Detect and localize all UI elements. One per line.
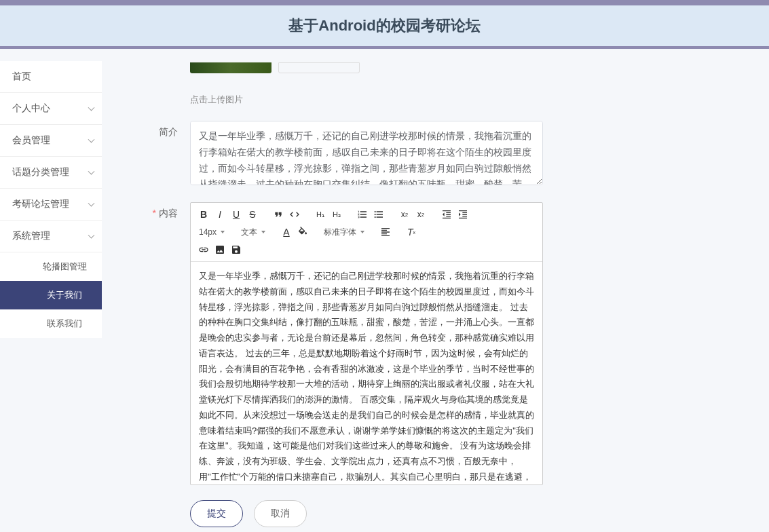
sidebar-item-forum[interactable]: 考研论坛管理: [0, 189, 102, 221]
app-title: 基于Android的校园考研论坛: [288, 17, 480, 34]
sidebar-item-label: 考研论坛管理: [12, 198, 69, 209]
sidebar-item-label: 首页: [12, 71, 31, 81]
main-content: 点击上传图片 简介 内容 B I U S: [102, 49, 769, 532]
upload-thumbnail[interactable]: [190, 62, 271, 73]
link-icon[interactable]: [196, 242, 211, 257]
sup-icon[interactable]: x2: [413, 207, 428, 222]
content-label: 内容: [122, 202, 190, 220]
strike-icon[interactable]: S: [245, 207, 260, 222]
sidebar-item-members[interactable]: 会员管理: [0, 125, 102, 157]
block-type-select[interactable]: 文本: [238, 225, 268, 240]
h2-icon[interactable]: H₂: [329, 207, 344, 222]
outdent-icon[interactable]: [439, 207, 454, 222]
sidebar-sub-label: 关于我们: [47, 290, 82, 300]
sidebar-sub-contact[interactable]: 联系我们: [0, 309, 102, 338]
page-header: 基于Android的校园考研论坛: [0, 5, 769, 46]
ul-icon[interactable]: [371, 207, 386, 222]
sidebar-sub-label: 轮播图管理: [43, 261, 87, 271]
submit-button[interactable]: 提交: [190, 500, 243, 527]
quote-icon[interactable]: [271, 207, 286, 222]
sidebar-sub-carousel[interactable]: 轮播图管理: [0, 252, 102, 281]
sidebar-item-home[interactable]: 首页: [0, 61, 102, 93]
bold-icon[interactable]: B: [196, 207, 211, 222]
sidebar-item-label: 个人中心: [12, 102, 50, 113]
italic-icon[interactable]: I: [212, 207, 227, 222]
sidebar-item-system[interactable]: 系统管理: [0, 221, 102, 252]
sidebar-item-topics[interactable]: 话题分类管理: [0, 157, 102, 189]
upload-hint: 点击上传图片: [190, 94, 243, 104]
font-family-select[interactable]: 标准字体: [321, 225, 367, 240]
sidebar-item-label: 话题分类管理: [12, 166, 69, 177]
sidebar-sub-label: 联系我们: [47, 318, 82, 328]
ol-icon[interactable]: [355, 207, 370, 222]
sidebar-item-label: 系统管理: [12, 230, 50, 241]
sub-icon[interactable]: x2: [397, 207, 412, 222]
h1-icon[interactable]: H₁: [313, 207, 328, 222]
intro-label: 简介: [122, 121, 190, 138]
sidebar-item-profile[interactable]: 个人中心: [0, 93, 102, 125]
upload-slot[interactable]: [278, 62, 360, 73]
bg-color-icon[interactable]: [295, 225, 310, 240]
save-icon[interactable]: [229, 242, 244, 257]
intro-textarea[interactable]: [190, 121, 543, 185]
clear-format-icon[interactable]: Tx: [404, 225, 419, 240]
sidebar: 首页 个人中心 会员管理 话题分类管理 考研论坛管理 系统管理 轮播图管理 关于…: [0, 49, 102, 532]
align-icon[interactable]: [378, 225, 393, 240]
underline-icon[interactable]: U: [229, 207, 244, 222]
sidebar-item-label: 会员管理: [12, 134, 50, 145]
image-icon[interactable]: [212, 242, 227, 257]
editor-toolbar: B I U S H₁ H₂: [191, 203, 542, 262]
indent-icon[interactable]: [455, 207, 470, 222]
font-size-select[interactable]: 14px: [196, 226, 227, 238]
cancel-button[interactable]: 取消: [254, 500, 307, 527]
sidebar-sub-about[interactable]: 关于我们: [0, 281, 102, 309]
rich-editor: B I U S H₁ H₂: [190, 202, 543, 485]
text-color-icon[interactable]: A: [279, 225, 294, 240]
code-icon[interactable]: [287, 207, 302, 222]
editor-content[interactable]: 又是一年毕业季，感慨万千，还记的自己刚进学校那时候的情景，我拖着沉重的行李箱站在…: [191, 262, 542, 484]
